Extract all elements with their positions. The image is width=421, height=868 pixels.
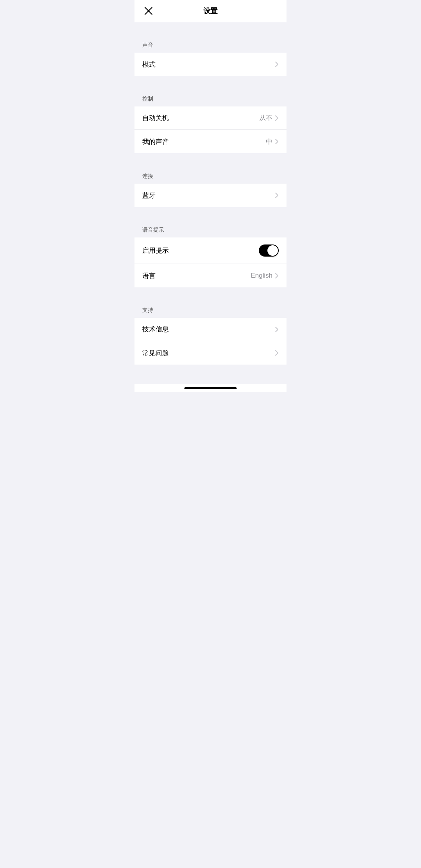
my-sound-label: 我的声音 (142, 137, 169, 146)
tech-info-right (275, 326, 279, 333)
section-gap-support (134, 287, 287, 299)
language-item[interactable]: 语言 English (134, 264, 287, 287)
chevron-right-icon (275, 326, 279, 333)
enable-prompt-item[interactable]: 启用提示 (134, 237, 287, 264)
header: 设置 (134, 0, 287, 22)
language-right: English (251, 272, 279, 280)
section-header-voice-prompt: 语音提示 (134, 219, 287, 237)
chevron-right-icon (275, 350, 279, 356)
mode-right (275, 61, 279, 67)
voice-prompt-group: 启用提示 语言 English (134, 237, 287, 287)
support-group: 技术信息 常见问题 (134, 318, 287, 365)
toggle-container (259, 244, 279, 257)
faq-label: 常见问题 (142, 349, 169, 358)
settings-page: 设置 声音 模式 控制 自动关机 从不 (134, 0, 287, 868)
my-sound-value: 中 (266, 137, 272, 146)
chevron-right-icon (275, 192, 279, 198)
home-indicator (134, 384, 287, 392)
mode-item[interactable]: 模式 (134, 53, 287, 76)
control-group: 自动关机 从不 我的声音 中 (134, 106, 287, 153)
close-button[interactable] (142, 5, 155, 17)
my-sound-right: 中 (266, 137, 279, 146)
bluetooth-label: 蓝牙 (142, 191, 156, 200)
auto-power-off-label: 自动关机 (142, 113, 169, 122)
section-gap-control (134, 76, 287, 88)
auto-power-off-item[interactable]: 自动关机 从不 (134, 106, 287, 130)
language-value: English (251, 272, 272, 280)
faq-item[interactable]: 常见问题 (134, 341, 287, 365)
chevron-right-icon (275, 115, 279, 121)
connection-group: 蓝牙 (134, 184, 287, 207)
toggle-knob (267, 245, 278, 256)
bottom-spacer (134, 376, 287, 384)
faq-right (275, 350, 279, 356)
bluetooth-right (275, 192, 279, 198)
section-gap-bottom (134, 365, 287, 376)
enable-prompt-label: 启用提示 (142, 246, 169, 255)
enable-prompt-toggle[interactable] (259, 244, 279, 257)
bluetooth-item[interactable]: 蓝牙 (134, 184, 287, 207)
section-header-sound: 声音 (134, 34, 287, 53)
mode-label: 模式 (142, 60, 156, 69)
auto-power-off-right: 从不 (259, 113, 279, 122)
language-label: 语言 (142, 271, 156, 280)
chevron-right-icon (275, 273, 279, 279)
sound-group: 模式 (134, 53, 287, 76)
close-icon (144, 7, 153, 15)
my-sound-item[interactable]: 我的声音 中 (134, 130, 287, 153)
chevron-right-icon (275, 138, 279, 145)
page-title: 设置 (203, 6, 218, 16)
auto-power-off-value: 从不 (259, 113, 272, 122)
tech-info-item[interactable]: 技术信息 (134, 318, 287, 341)
chevron-right-icon (275, 61, 279, 67)
section-header-control: 控制 (134, 88, 287, 106)
section-header-connection: 连接 (134, 165, 287, 184)
section-header-support: 支持 (134, 299, 287, 318)
section-gap-voice (134, 207, 287, 219)
section-gap-connection (134, 153, 287, 165)
tech-info-label: 技术信息 (142, 325, 169, 334)
home-indicator-bar (184, 387, 237, 389)
section-gap-top (134, 22, 287, 34)
